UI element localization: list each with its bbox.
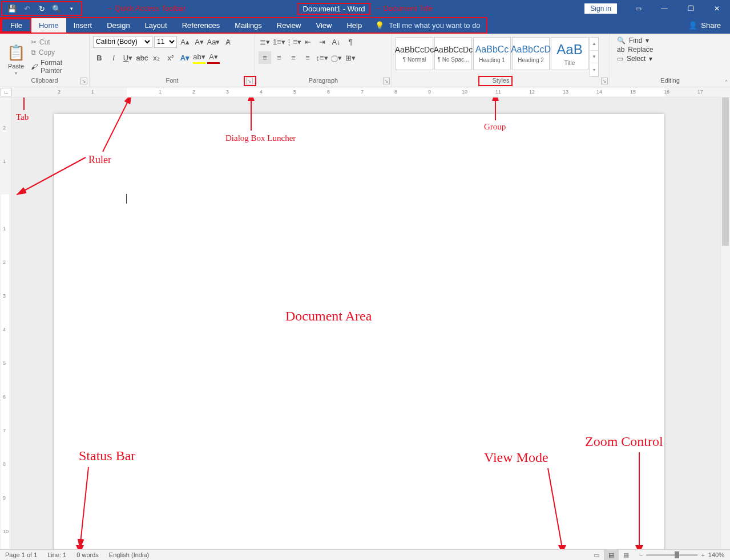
paragraph-dialog-launcher[interactable]: ↘ [383, 78, 390, 84]
paste-button[interactable]: 📋 Paste ▾ [3, 35, 29, 77]
tab-review[interactable]: Review [269, 18, 309, 33]
tab-view[interactable]: View [308, 18, 339, 33]
document-area[interactable]: Tab Ruler Dialog Box Luncher Group Docum… [11, 98, 720, 549]
zoom-control[interactable]: − + 140% [634, 551, 730, 558]
bold-button[interactable]: B [93, 51, 106, 64]
increase-indent-icon[interactable]: ⇥ [316, 35, 328, 48]
status-words[interactable]: 0 words [71, 551, 104, 558]
subscript-button[interactable]: x₂ [150, 51, 163, 64]
view-read-icon[interactable]: ▭ [589, 550, 604, 561]
title-bar: 💾 ↶ ↻ 🔍 ▾ → Quick Access Toolbar Documen… [0, 0, 730, 17]
zoom-out-icon[interactable]: − [639, 551, 643, 558]
text-effects-icon[interactable]: A▾ [179, 51, 191, 64]
status-page[interactable]: Page 1 of 1 [0, 551, 42, 558]
style-heading1[interactable]: AaBbCcHeading 1 [473, 37, 511, 70]
copy-button[interactable]: ⧉Copy [30, 48, 84, 57]
share-button[interactable]: 👤Share [679, 17, 730, 34]
style-heading2[interactable]: AaBbCcDHeading 2 [512, 37, 550, 70]
tab-mailings[interactable]: Mailings [227, 18, 269, 33]
replace-button[interactable]: abReplace [617, 46, 653, 54]
zoom-slider[interactable] [646, 554, 697, 556]
clipboard-dialog-launcher[interactable]: ↘ [80, 78, 87, 84]
align-left-icon[interactable]: ≡ [259, 51, 271, 64]
sign-in-button[interactable]: Sign in [584, 3, 617, 14]
view-web-icon[interactable]: ▦ [619, 550, 634, 561]
superscript-button[interactable]: x² [164, 51, 177, 64]
underline-button[interactable]: U▾ [122, 51, 134, 64]
tab-selector[interactable]: ∟ [1, 88, 12, 96]
group-clipboard: 📋 Paste ▾ ✂Cut ⧉Copy 🖌Format Painter Cli… [0, 34, 90, 87]
style-title[interactable]: AaBTitle [551, 37, 588, 70]
font-name-select[interactable]: Calibri (Body) [93, 36, 152, 48]
view-print-icon[interactable]: ▤ [604, 550, 619, 561]
styles-dialog-launcher[interactable]: ↘ [601, 78, 608, 84]
line-spacing-icon[interactable]: ↕≡▾ [316, 51, 328, 64]
sort-icon[interactable]: A↓ [330, 35, 342, 48]
font-size-select[interactable]: 11 [154, 36, 177, 48]
format-painter-button[interactable]: 🖌Format Painter [30, 58, 84, 75]
styles-scroll[interactable]: ▲▼▾ [590, 37, 599, 77]
tab-help[interactable]: Help [339, 18, 369, 33]
horizontal-ruler[interactable]: ∟ 21123456789101112131415161718 [0, 87, 730, 98]
find-button[interactable]: 🔍Find ▾ [617, 36, 653, 44]
numbering-icon[interactable]: 1≡▾ [273, 35, 285, 48]
decrease-indent-icon[interactable]: ⇤ [301, 35, 314, 48]
minimize-icon[interactable]: — [651, 0, 677, 17]
tab-file[interactable]: File [1, 18, 31, 33]
multilevel-icon[interactable]: ⋮≡▾ [287, 35, 300, 48]
status-language[interactable]: English (India) [104, 551, 154, 558]
font-color-icon[interactable]: A▾ [207, 51, 220, 64]
shading-icon[interactable]: ▢▾ [330, 51, 342, 64]
redo-icon[interactable]: ↻ [34, 2, 49, 15]
show-marks-icon[interactable]: ¶ [344, 35, 357, 48]
close-icon[interactable]: ✕ [704, 0, 730, 17]
tab-insert[interactable]: Insert [66, 18, 100, 33]
style-normal[interactable]: AaBbCcDc¶ Normal [396, 37, 433, 70]
collapse-ribbon-icon[interactable]: ˄ [725, 79, 728, 86]
status-line[interactable]: Line: 1 [42, 551, 71, 558]
scrollbar-thumb[interactable] [722, 98, 729, 246]
font-dialog-launcher[interactable]: ↘ [246, 78, 253, 84]
cut-button[interactable]: ✂Cut [30, 38, 84, 47]
clear-format-icon[interactable]: A̷ [221, 35, 234, 48]
justify-icon[interactable]: ≡ [301, 51, 314, 64]
undo-icon[interactable]: ↶ [19, 2, 34, 15]
bullets-icon[interactable]: ≣▾ [259, 35, 271, 48]
annotation-qat: → Quick Access Toolbar [106, 4, 185, 13]
shrink-font-icon[interactable]: A▾ [193, 35, 205, 48]
zoom-level[interactable]: 140% [708, 551, 724, 558]
text-caret [126, 194, 127, 204]
status-bar: Page 1 of 1 Line: 1 0 words English (Ind… [0, 549, 730, 560]
align-right-icon[interactable]: ≡ [287, 51, 300, 64]
document-title: Document1 - Word [297, 3, 371, 15]
vertical-ruler[interactable]: 2112345678910 [0, 98, 11, 549]
grow-font-icon[interactable]: A▴ [179, 35, 191, 48]
clipboard-label: Clipboard [31, 77, 58, 84]
italic-button[interactable]: I [107, 51, 120, 64]
strike-button[interactable]: abc [136, 51, 148, 64]
align-center-icon[interactable]: ≡ [273, 51, 285, 64]
quick-access-toolbar: 💾 ↶ ↻ 🔍 ▾ [1, 1, 82, 16]
page[interactable] [54, 114, 664, 549]
select-button[interactable]: ▭Select ▾ [617, 55, 653, 63]
zoom-thumb[interactable] [675, 551, 679, 558]
borders-icon[interactable]: ⊞▾ [344, 51, 357, 64]
zoom-in-icon[interactable]: + [701, 551, 704, 558]
style-nospacing[interactable]: AaBbCcDc¶ No Spac... [434, 37, 472, 70]
editing-label: Editing [610, 77, 730, 87]
save-icon[interactable]: 💾 [5, 2, 19, 15]
qat-dropdown-icon[interactable]: ▾ [64, 2, 79, 15]
tab-references[interactable]: References [175, 18, 227, 33]
highlight-icon[interactable]: ab▾ [193, 51, 205, 64]
change-case-icon[interactable]: Aa▾ [207, 35, 220, 48]
touch-mode-icon[interactable]: 🔍 [49, 2, 64, 15]
tab-home[interactable]: Home [31, 18, 66, 33]
cut-icon: ✂ [31, 38, 37, 46]
vertical-scrollbar[interactable] [720, 98, 730, 549]
ribbon-display-icon[interactable]: ▭ [625, 0, 651, 17]
group-paragraph: ≣▾ 1≡▾ ⋮≡▾ ⇤ ⇥ A↓ ¶ ≡ ≡ ≡ ≡ ↕≡▾ ▢▾ ⊞▾ Pa… [255, 34, 392, 87]
maximize-icon[interactable]: ❐ [677, 0, 704, 17]
tell-me-search[interactable]: 💡Tell me what you want to do [369, 18, 486, 33]
tab-design[interactable]: Design [99, 18, 137, 33]
tab-layout[interactable]: Layout [138, 18, 175, 33]
